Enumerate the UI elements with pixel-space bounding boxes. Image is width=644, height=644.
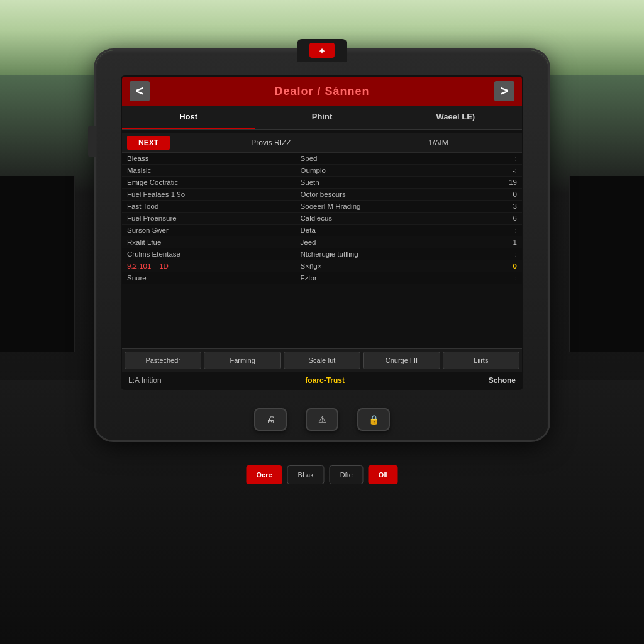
row-col1: Fuel Proensure	[127, 214, 301, 222]
status-right: Schone	[489, 376, 516, 385]
row-col3: :	[445, 250, 517, 258]
tab-pastechedr[interactable]: Pastechedr	[125, 352, 201, 369]
key-dfte-button[interactable]: Dfte	[330, 465, 364, 484]
row-col3: :	[445, 274, 517, 282]
status-left: L:A Inition	[128, 376, 162, 385]
row-col2: Fztor	[301, 274, 445, 282]
print-icon: 🖨	[266, 414, 275, 425]
table-row: Masisic Oumpio -:	[122, 165, 522, 177]
table-row: Rxalit Lfue Jeed 1	[122, 236, 522, 248]
row-col1: Bleass	[127, 155, 301, 162]
table-row: Surson Swer Deta :	[122, 225, 522, 236]
device-shell: ◈ < Dealor / Sánnen > Host Phint Waeel L…	[96, 50, 548, 440]
main-content: NEXT Provis RIZZ 1/AIM Bleass Sped : Mas…	[122, 130, 522, 348]
print-button[interactable]: 🖨	[254, 408, 287, 431]
row-col1: Emige Coctrátic	[127, 179, 301, 186]
lock-icon: 🔒	[369, 414, 379, 425]
key-ocre-button[interactable]: Ocre	[246, 465, 282, 484]
table-row: Bleass Sped :	[122, 153, 522, 165]
tab-host[interactable]: Host	[122, 106, 255, 129]
nav-left-button[interactable]: <	[130, 81, 150, 101]
row-col1: Crulms Etentase	[127, 250, 301, 258]
tab-phint[interactable]: Phint	[255, 106, 389, 129]
row-col3: :	[445, 155, 517, 162]
row-col2: Jeed	[301, 238, 445, 246]
warning-button[interactable]: ⚠	[306, 408, 338, 431]
table-row: Emige Coctrátic Suetn 19	[122, 177, 522, 189]
bottom-tabs: Pastechedr Farming Scale Iut Cnurge I.II…	[122, 348, 522, 372]
row-col2: Suetn	[301, 179, 445, 186]
row-col1: Fúel Fealaes 1 9o	[127, 191, 301, 198]
row-col1-highlight: 9.2.101 – 1D	[127, 262, 301, 270]
provis-label: Provis RIZZ	[251, 138, 291, 147]
row-col3: 3	[445, 203, 517, 210]
row-col2: Caldlecus	[301, 214, 445, 222]
physical-buttons: 🖨 ⚠ 🔒	[254, 408, 390, 431]
row-col1: Surson Swer	[127, 226, 301, 234]
tab-headers: Host Phint Waeel LE)	[122, 106, 522, 130]
data-table: NEXT Provis RIZZ 1/AIM Bleass Sped : Mas…	[122, 130, 522, 288]
row-col2: Sped	[301, 155, 445, 162]
row-col2: Deta	[301, 226, 445, 234]
row-col1: Fast Tood	[127, 203, 301, 210]
table-row: Crulms Etentase Ntcherugie tutlling :	[122, 248, 522, 260]
side-button[interactable]	[88, 126, 96, 157]
tab-waeel[interactable]: Waeel LE)	[389, 106, 522, 129]
row-col3-highlight: 0	[445, 262, 517, 270]
lock-button[interactable]: 🔒	[357, 408, 390, 431]
row-col3: 1	[445, 238, 517, 246]
device-logo: ◈	[309, 43, 335, 58]
table-row: Snure Fztor :	[122, 272, 522, 284]
tab-cnurge[interactable]: Cnurge I.II	[363, 352, 440, 369]
right-vent	[569, 176, 644, 352]
row-col1: Masisic	[127, 167, 301, 174]
aim-label: 1/AIM	[428, 138, 448, 147]
tab-farming[interactable]: Farming	[204, 352, 280, 369]
left-vent	[0, 176, 75, 352]
main-screen: < Dealor / Sánnen > Host Phint Waeel LE)…	[121, 75, 523, 390]
nav-right-button[interactable]: >	[494, 81, 514, 101]
row-col1: Snure	[127, 274, 301, 282]
tab-liirts[interactable]: Liirts	[443, 352, 519, 369]
next-row: NEXT Provis RIZZ 1/AIM	[122, 133, 522, 153]
row-col1: Rxalit Lfue	[127, 238, 301, 246]
row-col3: 6	[445, 214, 517, 222]
status-center: foarc-Trust	[305, 376, 345, 385]
row-col3: 0	[445, 191, 517, 198]
table-row: Fast Tood Sooeerl M Hrading 3	[122, 201, 522, 213]
title-bar: < Dealor / Sánnen >	[122, 77, 522, 106]
screen-title: Dealor / Sánnen	[150, 85, 494, 98]
tab-scale[interactable]: Scale Iut	[284, 352, 360, 369]
device-notch: ◈	[297, 39, 347, 62]
key-blak-button[interactable]: BLak	[287, 465, 325, 484]
row-col3: -:	[445, 167, 517, 174]
status-bar: L:A Inition foarc-Trust Schone	[122, 372, 522, 389]
table-row: Fúel Fealaes 1 9o Octor besours 0	[122, 189, 522, 201]
row-col2: Oumpio	[301, 167, 445, 174]
table-row-highlight: 9.2.101 – 1D S×ñg× 0	[122, 260, 522, 272]
key-oil-button[interactable]: OII	[369, 465, 398, 484]
row-col2: Sooeerl M Hrading	[301, 203, 445, 210]
warning-icon: ⚠	[318, 414, 326, 425]
table-row: Fuel Proensure Caldlecus 6	[122, 213, 522, 225]
row-col3: 19	[445, 179, 517, 186]
next-button[interactable]: NEXT	[127, 136, 170, 150]
key-buttons: Ocre BLak Dfte OII	[246, 465, 397, 484]
row-col2: S×ñg×	[301, 262, 445, 270]
logo-icon: ◈	[319, 47, 325, 54]
row-col2: Octor besours	[301, 191, 445, 198]
row-col2: Ntcherugie tutlling	[301, 250, 445, 258]
row-col3: :	[445, 226, 517, 234]
